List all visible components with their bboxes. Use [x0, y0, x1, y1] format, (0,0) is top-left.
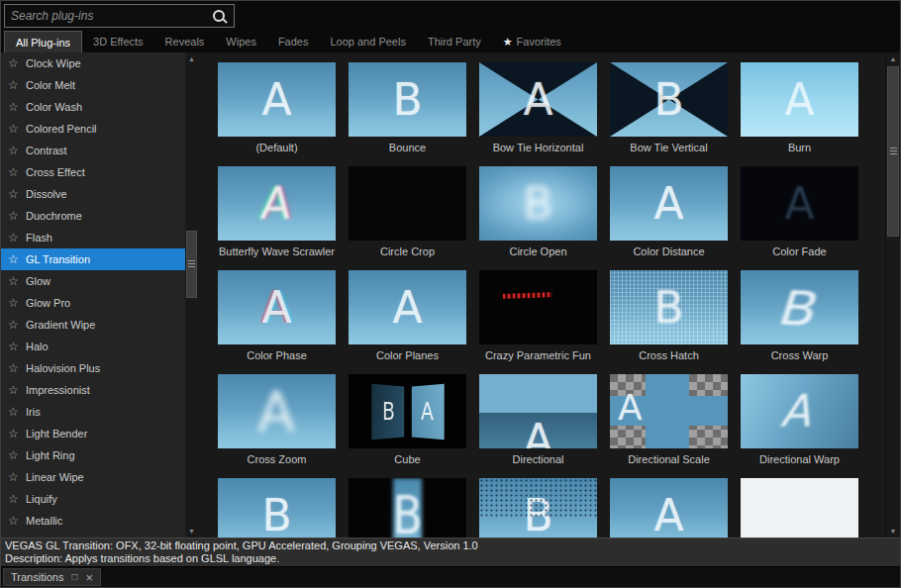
sidebar-item-gradient-wipe[interactable]: ☆Gradient Wipe: [1, 314, 185, 336]
plugin-item-cross-zoom[interactable]: ACross Zoom: [218, 374, 336, 466]
grid-scroll-up-icon[interactable]: ▲: [886, 52, 900, 65]
favorite-star-icon[interactable]: ☆: [7, 56, 20, 70]
plugin-item-bow-tie-vertical[interactable]: BBow Tie Vertical: [610, 62, 728, 154]
tab-wipes[interactable]: Wipes: [215, 31, 267, 52]
favorite-star-icon[interactable]: ☆: [7, 231, 20, 245]
favorite-star-icon[interactable]: ☆: [7, 427, 20, 441]
transitions-window-tab[interactable]: Transitions □ ×: [3, 568, 101, 586]
plugin-item-white[interactable]: [741, 478, 858, 538]
plugin-item-directional[interactable]: ADirectional: [479, 374, 597, 466]
tab-label: Favorites: [517, 36, 561, 48]
plugin-item-directional-warp[interactable]: ADirectional Warp: [741, 374, 858, 466]
sidebar-item-color-melt[interactable]: ☆Color Melt: [1, 74, 185, 96]
sidebar-item-contrast[interactable]: ☆Contrast: [1, 140, 185, 161]
bottom-dock-bar: Transitions □ ×: [1, 566, 900, 587]
plugin-item-cross-warp[interactable]: BCross Warp: [741, 270, 858, 362]
tab-3d-effects[interactable]: 3D Effects: [82, 31, 154, 52]
favorite-star-icon[interactable]: ☆: [7, 340, 20, 353]
plugin-item-bow-tie-horizontal[interactable]: ABow Tie Horizontal: [479, 62, 597, 154]
plugin-item-circle-open[interactable]: BCircle Open: [479, 166, 597, 258]
sidebar-item-linear-wipe[interactable]: ☆Linear Wipe: [1, 466, 185, 488]
sidebar-item-light-ring[interactable]: ☆Light Ring: [1, 444, 185, 466]
sidebar-item-dissolve[interactable]: ☆Dissolve: [1, 183, 185, 205]
sidebar-item-liquify[interactable]: ☆Liquify: [1, 488, 185, 510]
search-icon[interactable]: [213, 10, 225, 22]
plugin-item-butterfly-wave-scrawler[interactable]: AButterfly Wave Scrawler: [218, 166, 336, 258]
tab-fades[interactable]: Fades: [267, 31, 320, 52]
plugin-thumbnail: B: [349, 478, 466, 538]
sidebar-item-flash[interactable]: ☆Flash: [1, 227, 185, 248]
scroll-down-icon[interactable]: ▼: [185, 525, 198, 538]
favorite-star-icon[interactable]: ☆: [7, 296, 20, 310]
sidebar-item-clock-wipe[interactable]: ☆Clock Wipe: [1, 52, 185, 74]
sidebar-item-glow-pro[interactable]: ☆Glow Pro: [1, 292, 185, 314]
favorite-star-icon[interactable]: ☆: [7, 470, 20, 484]
sidebar-item-color-wash[interactable]: ☆Color Wash: [1, 96, 185, 118]
sidebar-scrollbar[interactable]: ▲ ▼: [185, 52, 198, 538]
scroll-up-icon[interactable]: ▲: [185, 52, 198, 65]
sidebar-scrollbar-thumb[interactable]: [186, 231, 197, 298]
plugin-item-cross-hatch[interactable]: BCross Hatch: [610, 270, 728, 362]
scrollbar-grip-icon: [890, 147, 897, 155]
tab-all-plug-ins[interactable]: All Plug-ins: [4, 31, 82, 52]
grid-scrollbar[interactable]: ▲ ▼: [885, 52, 900, 538]
sidebar-item-label: Flash: [26, 232, 52, 244]
favorite-star-icon[interactable]: ☆: [7, 514, 20, 528]
favorite-star-icon[interactable]: ☆: [7, 252, 20, 266]
grid-scroll-down-icon[interactable]: ▼: [886, 525, 900, 538]
status-line-2: Description: Applys transitions based on…: [5, 552, 896, 565]
grid-scrollbar-thumb[interactable]: [887, 66, 899, 237]
tab-reveals[interactable]: Reveals: [154, 31, 216, 52]
favorite-star-icon[interactable]: ☆: [7, 383, 20, 397]
close-icon[interactable]: ×: [85, 571, 93, 584]
plugin-item-color-fade[interactable]: AColor Fade: [741, 166, 858, 258]
favorite-star-icon[interactable]: ☆: [7, 122, 20, 136]
tab-third-party[interactable]: Third Party: [417, 31, 492, 52]
favorite-star-icon[interactable]: ☆: [7, 144, 20, 157]
favorite-star-icon[interactable]: ☆: [7, 318, 20, 332]
plugin-item-dots[interactable]: B: [479, 478, 597, 538]
favorite-star-icon[interactable]: ☆: [7, 492, 20, 506]
favorite-star-icon[interactable]: ☆: [7, 448, 20, 462]
plugin-item-darkcenter[interactable]: B: [349, 478, 466, 538]
plugin-item-color-planes[interactable]: AColor Planes: [349, 270, 466, 362]
plugin-item-color-phase[interactable]: AColor Phase: [218, 270, 336, 362]
plugin-item-bounce[interactable]: BBounce: [349, 62, 466, 154]
thumbnail-letter: A: [784, 182, 814, 226]
plugin-item-default[interactable]: A(Default): [218, 62, 336, 154]
sidebar-item-glow[interactable]: ☆Glow: [1, 270, 185, 292]
favorite-star-icon[interactable]: ☆: [7, 165, 20, 179]
favorite-star-icon[interactable]: ☆: [7, 78, 20, 92]
sidebar-item-impressionist[interactable]: ☆Impressionist: [1, 379, 185, 401]
sidebar-item-gl-transition[interactable]: ☆GL Transition: [1, 248, 185, 270]
sidebar-item-colored-pencil[interactable]: ☆Colored Pencil: [1, 118, 185, 140]
plugin-item-cube[interactable]: BACube: [349, 374, 466, 466]
sidebar-item-metallic[interactable]: ☆Metallic: [1, 510, 185, 532]
plugin-item-crazy-parametric-fun[interactable]: Crazy Parametric Fun: [479, 270, 597, 362]
sidebar-item-iris[interactable]: ☆Iris: [1, 401, 185, 423]
search-box[interactable]: [4, 4, 235, 28]
favorite-star-icon[interactable]: ☆: [7, 187, 20, 201]
sidebar-item-halo[interactable]: ☆Halo: [1, 336, 185, 357]
plugin-item-burn[interactable]: ABurn: [741, 62, 858, 154]
plugin-item-directional-scale[interactable]: ADirectional Scale: [610, 374, 728, 466]
tab-loop-and-peels[interactable]: Loop and Peels: [319, 31, 416, 52]
tab-favorites[interactable]: ★Favorites: [492, 31, 572, 52]
thumbnail-letter: B: [392, 78, 422, 122]
search-input[interactable]: [5, 9, 213, 23]
favorite-star-icon[interactable]: ☆: [7, 274, 20, 288]
plugin-thumbnail: B: [479, 478, 597, 538]
plugin-item-blue[interactable]: A: [610, 478, 728, 538]
sidebar-item-halovision-plus[interactable]: ☆Halovision Plus: [1, 357, 185, 379]
sidebar-item-duochrome[interactable]: ☆Duochrome: [1, 205, 185, 227]
favorite-star-icon[interactable]: ☆: [7, 209, 20, 223]
plugin-item-blue[interactable]: B: [218, 478, 336, 538]
favorite-star-icon[interactable]: ☆: [7, 100, 20, 114]
sidebar-item-light-bender[interactable]: ☆Light Bender: [1, 423, 185, 444]
favorite-star-icon[interactable]: ☆: [7, 361, 20, 375]
plugin-item-color-distance[interactable]: AColor Distance: [610, 166, 728, 258]
float-window-icon[interactable]: □: [71, 572, 77, 582]
sidebar-item-cross-effect[interactable]: ☆Cross Effect: [1, 161, 185, 183]
plugin-item-circle-crop[interactable]: Circle Crop: [349, 166, 466, 258]
favorite-star-icon[interactable]: ☆: [7, 405, 20, 419]
